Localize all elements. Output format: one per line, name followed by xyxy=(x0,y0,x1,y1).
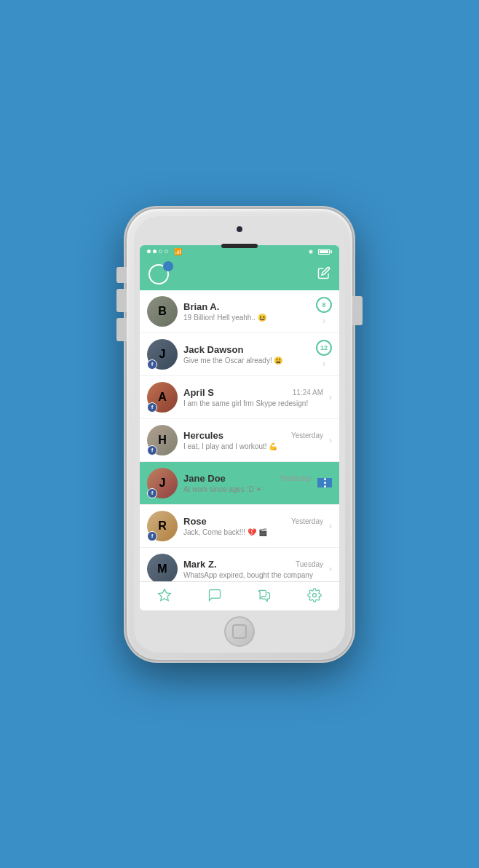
tab-icon-settings xyxy=(307,588,322,605)
chat-message-jane: At work since ages :D ☀ xyxy=(183,485,312,493)
screen: 📶 ∗ xyxy=(140,245,339,610)
chevron-jack: › xyxy=(322,359,325,369)
chat-item-april[interactable]: AfApril S11:24 AMI am the same girl frm … xyxy=(140,376,339,419)
avatar-wrap-brian: B xyxy=(147,296,178,327)
chat-message-mark: WhatsApp expired, bought the company xyxy=(183,571,323,579)
status-right: ∗ xyxy=(308,248,332,255)
chevron-hercules: › xyxy=(329,435,332,445)
tab-groups[interactable] xyxy=(257,588,272,605)
chat-message-jack: Give me the Oscar already! 😩 xyxy=(183,357,310,365)
chat-name-mark: Mark Z. xyxy=(183,559,217,570)
chat-content-mark: Mark Z.TuesdayWhatsApp expired, bought t… xyxy=(183,559,323,579)
chat-content-jack: Jack DawsonGive me the Oscar already! 😩 xyxy=(183,344,310,365)
signal-dot-4 xyxy=(165,250,168,253)
tab-icon-groups xyxy=(257,588,272,605)
chat-content-jane: Jane DoeYesterdayAt work since ages :D ☀ xyxy=(183,473,312,493)
battery-icon xyxy=(318,249,332,255)
chat-time-jane: Yesterday xyxy=(280,474,312,482)
speaker xyxy=(221,244,258,248)
tab-settings[interactable] xyxy=(307,588,322,605)
chat-message-brian: 19 Billion! Hell yeahh.. 😆 xyxy=(183,314,310,322)
chat-name-rose: Rose xyxy=(183,516,207,527)
chat-item-jack[interactable]: JfJack DawsonGive me the Oscar already! … xyxy=(140,333,339,376)
chevron-rose: › xyxy=(329,521,332,531)
swipe-action-jane[interactable] xyxy=(317,478,332,487)
chat-name-hercules: Hercules xyxy=(183,430,223,441)
chat-name-jane: Jane Doe xyxy=(183,473,226,484)
chat-name-brian: Brian A. xyxy=(183,301,219,312)
avatar-wrap-jane: Jf xyxy=(147,468,178,498)
avatar-wrap-rose: Rf xyxy=(147,511,178,541)
chevron-brian: › xyxy=(322,316,325,326)
chat-message-rose: Jack, Come back!!! 💔 🎬 xyxy=(183,528,323,536)
tab-chats[interactable] xyxy=(207,588,222,605)
nav-bar xyxy=(140,258,339,290)
fb-badge-hercules: f xyxy=(147,445,157,455)
camera xyxy=(237,226,242,232)
avatar-wrap-april: Af xyxy=(147,382,178,413)
chat-item-brian[interactable]: BBrian A.19 Billion! Hell yeahh.. 😆8› xyxy=(140,290,339,333)
avatar-wrap-mark: M xyxy=(147,554,178,581)
status-left: 📶 xyxy=(147,248,182,255)
svg-point-1 xyxy=(312,593,316,597)
chat-message-april: I am the same girl frm Skype redesign! xyxy=(183,399,323,407)
chat-name-april: April S xyxy=(183,387,214,398)
avatar-mark: M xyxy=(147,554,178,581)
compose-icon[interactable] xyxy=(317,266,330,282)
fb-badge-rose: f xyxy=(147,531,157,541)
tab-icon-chats xyxy=(207,588,222,605)
chat-time-april: 11:24 AM xyxy=(293,389,323,397)
tab-favorites[interactable] xyxy=(157,588,172,605)
fb-badge-april: f xyxy=(147,402,157,413)
tab-bar xyxy=(140,581,339,610)
unread-badge-jack: 12 xyxy=(316,340,332,356)
side-buttons-left xyxy=(116,267,127,341)
avatar-wrap-hercules: Hf xyxy=(147,425,178,455)
wifi-icon: 📶 xyxy=(174,248,182,255)
signal-dot-2 xyxy=(153,250,157,253)
signal-dot-3 xyxy=(159,250,162,253)
chat-item-rose[interactable]: RfRoseYesterdayJack, Come back!!! 💔 🎬› xyxy=(140,505,339,548)
phone-inner: 📶 ∗ xyxy=(134,216,345,653)
home-button[interactable] xyxy=(224,616,255,647)
app-logo[interactable] xyxy=(149,264,169,284)
fb-badge-jane: f xyxy=(147,488,157,498)
chevron-mark: › xyxy=(329,564,332,574)
chat-list[interactable]: BBrian A.19 Billion! Hell yeahh.. 😆8›JfJ… xyxy=(140,290,339,581)
chevron-april: › xyxy=(329,392,332,402)
chat-time-rose: Yesterday xyxy=(291,517,323,525)
volume-up-button[interactable] xyxy=(116,289,127,312)
phone-frame: 📶 ∗ xyxy=(127,209,352,660)
volume-down-button[interactable] xyxy=(116,318,127,341)
unread-badge-brian: 8 xyxy=(316,297,332,313)
tab-icon-favorites xyxy=(157,588,172,605)
chat-content-hercules: HerculesYesterdayI eat, I play and I wor… xyxy=(183,430,323,450)
signal-dot-1 xyxy=(147,250,151,253)
chat-item-hercules[interactable]: HfHerculesYesterdayI eat, I play and I w… xyxy=(140,419,339,462)
chat-message-hercules: I eat, I play and I workout! 💪 xyxy=(183,442,323,450)
chat-item-jane[interactable]: JfJane DoeYesterdayAt work since ages :D… xyxy=(140,462,339,505)
chat-content-april: April S11:24 AMI am the same girl frm Sk… xyxy=(183,387,323,407)
chat-item-mark[interactable]: MMark Z.TuesdayWhatsApp expired, bought … xyxy=(140,548,339,581)
home-button-inner xyxy=(232,624,247,639)
chat-time-mark: Tuesday xyxy=(296,560,323,568)
fb-badge-jack: f xyxy=(147,359,157,370)
mute-button[interactable] xyxy=(116,267,127,283)
chat-time-hercules: Yesterday xyxy=(291,431,323,439)
nav-badge xyxy=(163,261,173,271)
avatar-wrap-jack: Jf xyxy=(147,339,178,370)
chat-name-jack: Jack Dawson xyxy=(183,344,243,355)
chat-content-brian: Brian A.19 Billion! Hell yeahh.. 😆 xyxy=(183,301,310,322)
svg-marker-0 xyxy=(159,589,171,600)
power-button[interactable] xyxy=(352,296,363,325)
chat-content-rose: RoseYesterdayJack, Come back!!! 💔 🎬 xyxy=(183,516,323,536)
bluetooth-icon: ∗ xyxy=(308,248,314,255)
avatar-brian: B xyxy=(147,296,178,327)
